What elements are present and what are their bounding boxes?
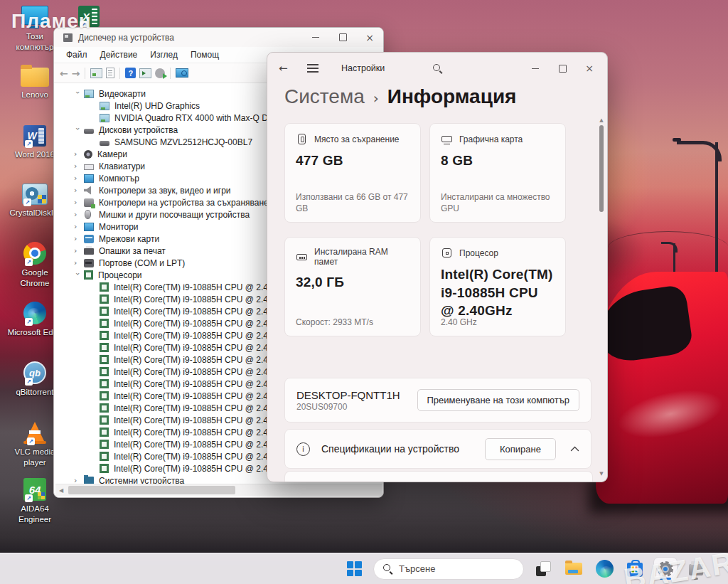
expand-chevron-icon[interactable]: › bbox=[74, 186, 84, 195]
tree-item-label: Intel(R) Core(TM) i9-10885H CPU @ 2.40GH… bbox=[114, 294, 290, 304]
maximize-button[interactable] bbox=[329, 28, 356, 47]
expand-chevron-icon[interactable]: › bbox=[74, 198, 84, 207]
device-console-icon[interactable] bbox=[139, 68, 151, 78]
google-chrome-icon: ↗ bbox=[23, 239, 46, 265]
console-root-icon[interactable] bbox=[90, 68, 102, 78]
scroll-up-icon[interactable]: ▲ bbox=[599, 117, 603, 124]
expand-chevron-icon[interactable]: › bbox=[74, 174, 84, 183]
card-detail: Инсталирани са множество GPU bbox=[441, 191, 557, 214]
shortcut-arrow-icon: ↗ bbox=[23, 198, 31, 206]
back-arrow-icon[interactable]: ← bbox=[279, 62, 297, 75]
close-button[interactable]: × bbox=[356, 28, 383, 47]
scrollbar-thumb[interactable] bbox=[599, 125, 604, 212]
edge-button[interactable] bbox=[593, 558, 616, 580]
expand-chevron-icon[interactable]: › bbox=[74, 234, 84, 243]
menu-item-действие[interactable]: Действие bbox=[94, 50, 144, 60]
rename-pc-button[interactable]: Преименуване на този компютър bbox=[417, 389, 579, 411]
help-icon[interactable]: ? bbox=[125, 68, 136, 78]
device-specifications-expander[interactable]: i Спецификации на устройство Копиране bbox=[284, 429, 592, 469]
settings-titlebar[interactable]: ← Настройки × bbox=[267, 53, 607, 84]
expand-chevron-icon[interactable]: › bbox=[73, 127, 82, 137]
scroll-left-icon[interactable]: ◀ bbox=[55, 487, 67, 494]
file-explorer-button[interactable] bbox=[562, 558, 585, 580]
expand-chevron-icon[interactable]: › bbox=[73, 272, 82, 282]
expand-chevron-icon[interactable]: › bbox=[74, 161, 84, 171]
toolbar-separator bbox=[170, 68, 171, 79]
desktop-icon-label: Lenovo bbox=[21, 90, 48, 100]
copy-button[interactable]: Копиране bbox=[485, 438, 556, 460]
scrollbar-thumb[interactable] bbox=[68, 486, 235, 494]
expand-chevron-icon[interactable]: › bbox=[74, 210, 84, 219]
processor-icon bbox=[100, 403, 109, 413]
tree-item-label: Компютър bbox=[99, 174, 139, 184]
menu-item-изглед[interactable]: Изглед bbox=[144, 50, 184, 60]
toolbar-separator bbox=[119, 68, 120, 79]
expand-chevron-icon[interactable]: › bbox=[74, 246, 84, 255]
processor-icon bbox=[100, 331, 109, 340]
chevron-up-icon[interactable] bbox=[570, 446, 579, 452]
audio-controller-icon bbox=[84, 186, 91, 195]
camera-icon bbox=[84, 150, 92, 159]
tree-item-label: Intel(R) Core(TM) i9-10885H CPU @ 2.40GH… bbox=[114, 331, 290, 341]
close-button[interactable]: × bbox=[576, 53, 603, 84]
processor-icon bbox=[100, 428, 109, 437]
menu-item-файл[interactable]: Файл bbox=[60, 50, 94, 60]
breadcrumb-system[interactable]: Система bbox=[284, 85, 365, 108]
card-title: Графична карта bbox=[459, 134, 523, 144]
minimize-button[interactable] bbox=[522, 53, 549, 84]
search-icon[interactable] bbox=[433, 64, 442, 73]
horizontal-scrollbar[interactable]: ◀ bbox=[55, 484, 382, 496]
expand-chevron-icon[interactable]: › bbox=[74, 258, 84, 267]
aida64-engineer-icon: 64↗ bbox=[23, 475, 46, 501]
monitor-icon bbox=[84, 223, 94, 231]
scroll-down-icon[interactable]: ▼ bbox=[599, 470, 603, 477]
expand-chevron-icon[interactable]: › bbox=[74, 149, 84, 159]
hamburger-menu-icon[interactable] bbox=[307, 68, 318, 69]
task-view-button[interactable] bbox=[532, 558, 555, 580]
remote-computer-icon[interactable] bbox=[176, 68, 188, 78]
expand-chevron-icon[interactable]: › bbox=[74, 222, 84, 231]
search-placeholder: Търсене bbox=[399, 563, 435, 574]
tree-item-label: Процесори bbox=[98, 270, 142, 280]
forward-icon[interactable]: → bbox=[72, 68, 80, 78]
start-button[interactable] bbox=[343, 558, 365, 580]
disk-drive-icon bbox=[84, 129, 94, 134]
tree-item-label: Intel(R) Core(TM) i9-10885H CPU @ 2.40GH… bbox=[114, 403, 290, 413]
shortcut-arrow-icon: ↗ bbox=[25, 258, 33, 266]
info-card: ПроцесорIntel(R) Core(TM) i9-10885H CPU … bbox=[429, 237, 566, 336]
card-detail: Използвани са 66 GB от 477 GB bbox=[296, 191, 412, 214]
tree-item-label: Клавиатури bbox=[99, 161, 145, 171]
computer-icon bbox=[84, 174, 94, 183]
card-header: Инсталирана RAM памет bbox=[296, 247, 410, 267]
tree-item-label: Intel(R) Core(TM) i9-10885H CPU @ 2.40GH… bbox=[114, 307, 290, 317]
card-detail: Скорост: 2933 MT/s bbox=[296, 317, 412, 328]
taskbar-search-input[interactable]: Търсене bbox=[373, 558, 524, 580]
gpu-icon bbox=[441, 133, 453, 145]
tree-item-label: Intel(R) Core(TM) i9-10885H CPU @ 2.40GH… bbox=[114, 367, 290, 377]
vertical-scrollbar[interactable]: ▲ ▼ bbox=[597, 117, 606, 477]
display-adapter-icon bbox=[100, 114, 109, 122]
toolbar-separator bbox=[85, 68, 85, 79]
minimize-button[interactable] bbox=[302, 28, 329, 47]
keyboard-icon bbox=[84, 164, 94, 170]
windows-logo-icon bbox=[347, 561, 362, 576]
card-detail: 2.40 GHz bbox=[441, 317, 557, 328]
maximize-button[interactable] bbox=[549, 53, 576, 84]
microsoft-edge-icon: ↗ bbox=[23, 299, 46, 324]
tree-item-label: Intel(R) Core(TM) i9-10885H CPU @ 2.40GH… bbox=[114, 428, 290, 437]
scan-hardware-changes-icon[interactable] bbox=[155, 68, 165, 78]
storage-controller-icon bbox=[84, 198, 94, 207]
search-icon bbox=[383, 564, 392, 573]
page-title: Информация bbox=[387, 85, 517, 108]
clipped-settings-row bbox=[284, 471, 593, 482]
device-manager-titlebar[interactable]: Диспечер на устройства × bbox=[54, 28, 383, 47]
back-icon[interactable]: ← bbox=[60, 68, 68, 78]
menu-item-помощ[interactable]: Помощ bbox=[184, 50, 225, 60]
expand-chevron-icon[interactable]: › bbox=[73, 91, 82, 101]
card-value: 477 GB bbox=[296, 152, 410, 170]
processor-icon bbox=[100, 343, 109, 352]
crystaldiskinfo-icon: ↗ bbox=[22, 179, 48, 205]
card-title: Инсталирана RAM памет bbox=[314, 247, 410, 267]
info-icon: i bbox=[296, 442, 310, 456]
properties-icon[interactable] bbox=[106, 68, 114, 78]
